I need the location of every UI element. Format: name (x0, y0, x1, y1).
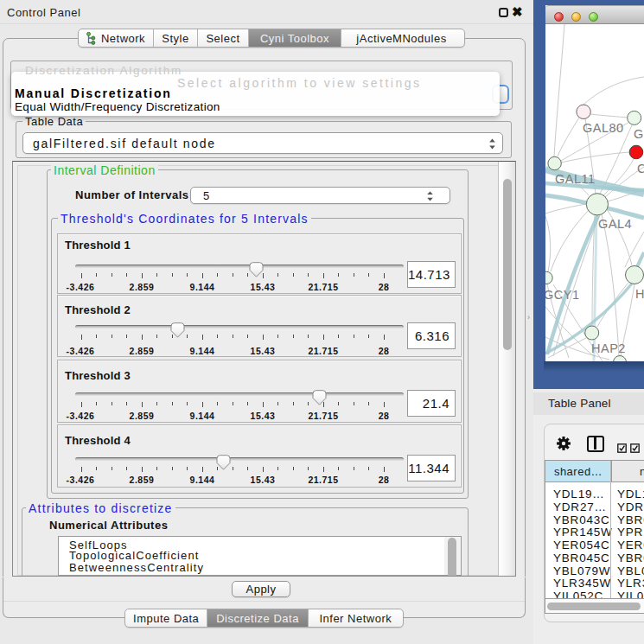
svg-text:G.: G. (634, 127, 644, 141)
svg-text:GAL4: GAL4 (598, 217, 632, 231)
svg-text:H: H (635, 287, 644, 301)
svg-text:C: C (637, 162, 644, 175)
svg-text:GAL11: GAL11 (555, 172, 596, 186)
svg-text:GAL80: GAL80 (583, 121, 624, 135)
svg-text:GCY1: GCY1 (545, 288, 580, 302)
svg-text:HAP2: HAP2 (591, 341, 626, 355)
